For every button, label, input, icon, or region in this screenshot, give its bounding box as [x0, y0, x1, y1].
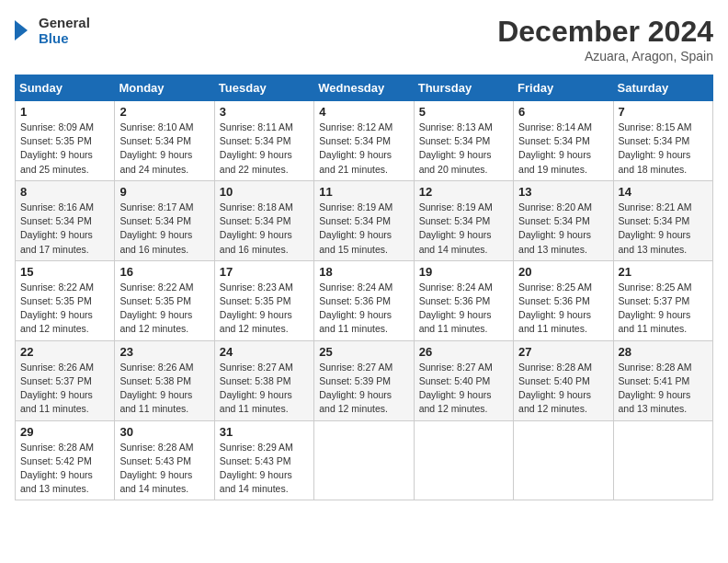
empty-cell	[414, 420, 513, 500]
page-header: General Blue December 2024 Azuara, Arago…	[15, 15, 713, 63]
calendar-week-row: 15 Sunrise: 8:22 AM Sunset: 5:35 PM Dayl…	[16, 260, 713, 340]
day-number: 15	[20, 265, 109, 279]
day-cell-19: 19 Sunrise: 8:24 AM Sunset: 5:36 PM Dayl…	[414, 260, 513, 340]
day-info: Sunrise: 8:24 AM Sunset: 5:36 PM Dayligh…	[419, 282, 493, 335]
day-number: 18	[319, 265, 408, 279]
logo-text-block: General Blue	[15, 15, 90, 47]
day-cell-22: 22 Sunrise: 8:26 AM Sunset: 5:37 PM Dayl…	[16, 340, 115, 420]
day-cell-31: 31 Sunrise: 8:29 AM Sunset: 5:43 PM Dayl…	[214, 420, 313, 500]
day-cell-6: 6 Sunrise: 8:14 AM Sunset: 5:34 PM Dayli…	[514, 101, 613, 181]
day-info: Sunrise: 8:20 AM Sunset: 5:34 PM Dayligh…	[518, 201, 592, 255]
day-info: Sunrise: 8:25 AM Sunset: 5:37 PM Dayligh…	[619, 282, 692, 335]
day-info: Sunrise: 8:15 AM Sunset: 5:34 PM Dayligh…	[619, 121, 692, 175]
day-number: 4	[319, 105, 408, 119]
calendar-table: Sunday Monday Tuesday Wednesday Thursday…	[15, 75, 713, 500]
day-number: 16	[119, 265, 209, 279]
svg-marker-0	[15, 20, 28, 40]
day-info: Sunrise: 8:17 AM Sunset: 5:34 PM Dayligh…	[119, 201, 193, 255]
day-info: Sunrise: 8:28 AM Sunset: 5:42 PM Dayligh…	[20, 442, 94, 495]
day-number: 2	[119, 105, 209, 119]
day-cell-30: 30 Sunrise: 8:28 AM Sunset: 5:43 PM Dayl…	[115, 420, 214, 500]
day-info: Sunrise: 8:16 AM Sunset: 5:34 PM Dayligh…	[20, 201, 94, 255]
day-cell-7: 7 Sunrise: 8:15 AM Sunset: 5:34 PM Dayli…	[613, 101, 712, 181]
header-monday: Monday	[115, 75, 214, 101]
day-number: 5	[419, 105, 508, 119]
day-cell-11: 11 Sunrise: 8:19 AM Sunset: 5:34 PM Dayl…	[314, 180, 414, 260]
day-info: Sunrise: 8:27 AM Sunset: 5:38 PM Dayligh…	[220, 362, 293, 415]
day-number: 11	[319, 185, 408, 199]
day-cell-20: 20 Sunrise: 8:25 AM Sunset: 5:36 PM Dayl…	[514, 260, 613, 340]
day-info: Sunrise: 8:25 AM Sunset: 5:36 PM Dayligh…	[518, 282, 592, 335]
day-info: Sunrise: 8:10 AM Sunset: 5:34 PM Dayligh…	[119, 121, 193, 175]
day-number: 14	[619, 185, 708, 199]
day-cell-28: 28 Sunrise: 8:28 AM Sunset: 5:41 PM Dayl…	[613, 340, 712, 420]
day-info: Sunrise: 8:28 AM Sunset: 5:41 PM Dayligh…	[619, 362, 692, 415]
day-cell-27: 27 Sunrise: 8:28 AM Sunset: 5:40 PM Dayl…	[514, 340, 613, 420]
day-number: 25	[319, 345, 408, 359]
day-cell-3: 3 Sunrise: 8:11 AM Sunset: 5:34 PM Dayli…	[214, 101, 313, 181]
day-number: 7	[619, 105, 708, 119]
day-cell-8: 8 Sunrise: 8:16 AM Sunset: 5:34 PM Dayli…	[16, 180, 115, 260]
day-number: 1	[20, 105, 109, 119]
day-info: Sunrise: 8:28 AM Sunset: 5:43 PM Dayligh…	[119, 442, 193, 495]
header-saturday: Saturday	[613, 75, 712, 101]
header-friday: Friday	[514, 75, 613, 101]
day-number: 22	[20, 345, 109, 359]
day-info: Sunrise: 8:13 AM Sunset: 5:34 PM Dayligh…	[419, 121, 493, 175]
day-cell-18: 18 Sunrise: 8:24 AM Sunset: 5:36 PM Dayl…	[314, 260, 414, 340]
day-info: Sunrise: 8:09 AM Sunset: 5:35 PM Dayligh…	[20, 121, 94, 175]
day-cell-14: 14 Sunrise: 8:21 AM Sunset: 5:34 PM Dayl…	[613, 180, 712, 260]
calendar-week-row: 22 Sunrise: 8:26 AM Sunset: 5:37 PM Dayl…	[16, 340, 713, 420]
day-info: Sunrise: 8:11 AM Sunset: 5:34 PM Dayligh…	[220, 121, 293, 175]
day-number: 26	[419, 345, 508, 359]
day-number: 21	[619, 265, 708, 279]
title-block: December 2024 Azuara, Aragon, Spain	[497, 15, 713, 63]
month-title: December 2024	[497, 15, 713, 49]
day-number: 29	[20, 425, 109, 439]
day-info: Sunrise: 8:27 AM Sunset: 5:40 PM Dayligh…	[419, 362, 493, 415]
logo: General Blue	[15, 15, 90, 47]
day-number: 3	[220, 105, 309, 119]
day-number: 6	[518, 105, 608, 119]
day-info: Sunrise: 8:12 AM Sunset: 5:34 PM Dayligh…	[319, 121, 392, 175]
calendar-week-row: 29 Sunrise: 8:28 AM Sunset: 5:42 PM Dayl…	[16, 420, 713, 500]
day-cell-1: 1 Sunrise: 8:09 AM Sunset: 5:35 PM Dayli…	[16, 101, 115, 181]
day-info: Sunrise: 8:29 AM Sunset: 5:43 PM Dayligh…	[220, 442, 293, 495]
day-cell-23: 23 Sunrise: 8:26 AM Sunset: 5:38 PM Dayl…	[115, 340, 214, 420]
empty-cell	[613, 420, 712, 500]
calendar-week-row: 8 Sunrise: 8:16 AM Sunset: 5:34 PM Dayli…	[16, 180, 713, 260]
day-cell-21: 21 Sunrise: 8:25 AM Sunset: 5:37 PM Dayl…	[613, 260, 712, 340]
day-number: 13	[518, 185, 608, 199]
logo-blue: Blue	[39, 30, 90, 46]
header-wednesday: Wednesday	[314, 75, 414, 101]
day-number: 27	[518, 345, 608, 359]
weekday-header-row: Sunday Monday Tuesday Wednesday Thursday…	[16, 75, 713, 101]
day-number: 24	[220, 345, 309, 359]
day-cell-15: 15 Sunrise: 8:22 AM Sunset: 5:35 PM Dayl…	[16, 260, 115, 340]
day-number: 17	[220, 265, 309, 279]
day-info: Sunrise: 8:19 AM Sunset: 5:34 PM Dayligh…	[319, 201, 392, 255]
day-info: Sunrise: 8:22 AM Sunset: 5:35 PM Dayligh…	[119, 282, 193, 335]
day-info: Sunrise: 8:26 AM Sunset: 5:37 PM Dayligh…	[20, 362, 94, 415]
day-number: 20	[518, 265, 608, 279]
day-number: 8	[20, 185, 109, 199]
logo-triangle-icon	[15, 18, 35, 42]
day-cell-2: 2 Sunrise: 8:10 AM Sunset: 5:34 PM Dayli…	[115, 101, 214, 181]
day-cell-10: 10 Sunrise: 8:18 AM Sunset: 5:34 PM Dayl…	[214, 180, 313, 260]
day-cell-5: 5 Sunrise: 8:13 AM Sunset: 5:34 PM Dayli…	[414, 101, 513, 181]
day-cell-24: 24 Sunrise: 8:27 AM Sunset: 5:38 PM Dayl…	[214, 340, 313, 420]
day-number: 23	[119, 345, 209, 359]
day-info: Sunrise: 8:24 AM Sunset: 5:36 PM Dayligh…	[319, 282, 392, 335]
day-info: Sunrise: 8:14 AM Sunset: 5:34 PM Dayligh…	[518, 121, 592, 175]
empty-cell	[314, 420, 414, 500]
location: Azuara, Aragon, Spain	[497, 49, 713, 63]
header-thursday: Thursday	[414, 75, 513, 101]
day-info: Sunrise: 8:18 AM Sunset: 5:34 PM Dayligh…	[220, 201, 293, 255]
day-cell-4: 4 Sunrise: 8:12 AM Sunset: 5:34 PM Dayli…	[314, 101, 414, 181]
day-cell-29: 29 Sunrise: 8:28 AM Sunset: 5:42 PM Dayl…	[16, 420, 115, 500]
empty-cell	[514, 420, 613, 500]
day-cell-25: 25 Sunrise: 8:27 AM Sunset: 5:39 PM Dayl…	[314, 340, 414, 420]
day-number: 30	[119, 425, 209, 439]
day-number: 31	[220, 425, 309, 439]
day-cell-13: 13 Sunrise: 8:20 AM Sunset: 5:34 PM Dayl…	[514, 180, 613, 260]
